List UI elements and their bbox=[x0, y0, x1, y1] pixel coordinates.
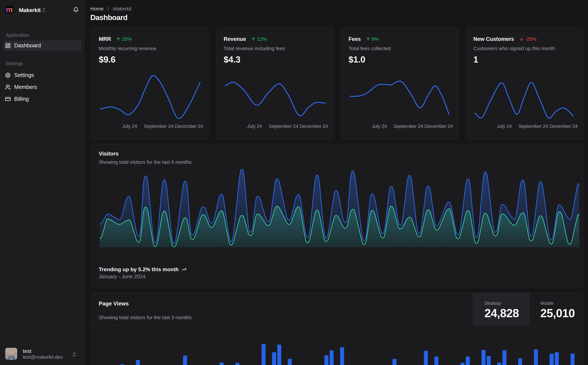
svg-text:m: m bbox=[6, 6, 13, 14]
